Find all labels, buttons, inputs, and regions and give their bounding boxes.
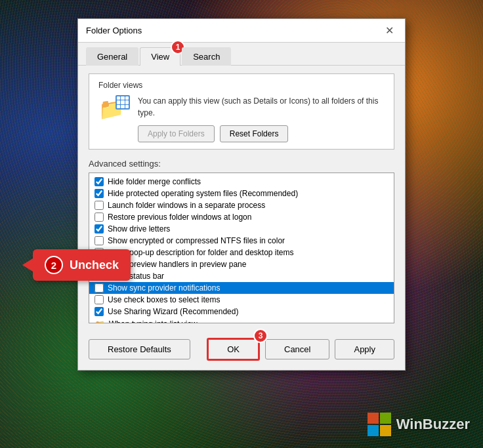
tab-search-label: Search (193, 52, 220, 62)
folder-views-description: You can apply this view (such as Details… (138, 95, 385, 119)
setting-item[interactable]: Hide folder merge conflicts (89, 176, 394, 188)
apply-to-folders-button[interactable]: Apply to Folders (138, 125, 215, 142)
setting-label: Hide folder merge conflicts (108, 177, 201, 186)
setting-checkbox[interactable] (94, 201, 104, 210)
setting-item[interactable]: Launch folder windows in a separate proc… (89, 199, 394, 211)
setting-label: Use Sharing Wizard (Recommended) (108, 307, 238, 316)
callout-text: Uncheck (70, 258, 119, 272)
setting-label: Show sync provider notifications (108, 283, 220, 293)
setting-item[interactable]: Show encrypted or compressed NTFS files … (89, 235, 394, 247)
tab-bar: General View 1 Search (78, 43, 405, 66)
setting-item[interactable]: Show sync provider notifications (89, 282, 394, 294)
setting-item[interactable]: Use check boxes to select items (89, 294, 394, 306)
setting-label: Restore previous folder windows at logon (108, 213, 251, 222)
setting-checkbox[interactable] (94, 295, 104, 304)
setting-label: Show drive letters (108, 224, 170, 234)
tab-general[interactable]: General (86, 47, 138, 66)
setting-checkbox[interactable] (94, 307, 104, 316)
setting-label: Hide protected operating system files (R… (108, 189, 298, 198)
folder-views-inner: 📁 You can apply this view (such as Detai… (98, 95, 385, 142)
tab-general-label: General (97, 52, 127, 62)
setting-label: Use check boxes to select items (108, 295, 220, 304)
watermark: WinBuzzer (368, 413, 470, 436)
setting-item[interactable]: Hide protected operating system files (R… (89, 188, 394, 199)
reset-folders-button[interactable]: Reset Folders (220, 125, 289, 142)
setting-checkbox[interactable] (94, 283, 104, 293)
setting-checkbox[interactable] (94, 236, 104, 245)
ok-button[interactable]: OK (207, 338, 260, 361)
setting-label: Show encrypted or compressed NTFS files … (108, 236, 285, 245)
dialog-title: Folder Options (86, 26, 142, 35)
dialog-content: Folder views 📁 You can apply this view (… (78, 66, 405, 331)
title-bar: Folder Options ✕ (78, 19, 405, 43)
dialog-footer: Restore Defaults 3 OK Cancel Apply (78, 331, 405, 370)
folder-views-section: Folder views 📁 You can apply this view (… (89, 73, 394, 150)
setting-checkbox[interactable] (94, 177, 104, 186)
svg-rect-3 (380, 425, 391, 436)
setting-item[interactable]: Show status bar (89, 270, 394, 282)
uncheck-callout: 2 Uncheck (33, 249, 131, 281)
folder-options-dialog: Folder Options ✕ General View 1 Search F… (77, 18, 406, 371)
callout-badge: 2 (45, 256, 63, 274)
ok-badge: 3 (253, 329, 268, 343)
advanced-settings-label: Advanced settings: (89, 159, 394, 169)
cancel-button[interactable]: Cancel (265, 339, 329, 359)
winbuzzer-label: WinBuzzer (396, 416, 470, 433)
setting-label: Launch folder windows in a separate proc… (108, 201, 265, 210)
setting-item[interactable]: Restore previous folder windows at logon (89, 211, 394, 223)
svg-rect-0 (368, 413, 379, 424)
ok-button-wrap: 3 OK (207, 338, 260, 361)
setting-label: Show pop-up description for folder and d… (108, 248, 294, 257)
setting-item[interactable]: Show drive letters (89, 223, 394, 235)
tab-view-label: View (151, 52, 169, 62)
setting-checkbox[interactable] (94, 213, 104, 222)
tab-view[interactable]: View 1 (140, 47, 180, 66)
folder-icon-wrap: 📁 (98, 95, 130, 121)
advanced-settings-list[interactable]: Hide folder merge conflictsHide protecte… (89, 173, 394, 323)
setting-item[interactable]: Show preview handlers in preview pane (89, 258, 394, 270)
folder-grid-overlay-icon (116, 95, 130, 110)
restore-defaults-button[interactable]: Restore Defaults (89, 339, 190, 359)
svg-rect-1 (380, 413, 391, 424)
apply-button[interactable]: Apply (335, 339, 394, 359)
folder-views-buttons: Apply to Folders Reset Folders (138, 125, 385, 142)
tab-search[interactable]: Search (182, 47, 231, 66)
folder-views-label: Folder views (98, 81, 385, 90)
folder-views-right: You can apply this view (such as Details… (138, 95, 385, 142)
winbuzzer-logo-icon (368, 413, 391, 436)
folder-small-icon: 📁 (94, 319, 105, 323)
close-button[interactable]: ✕ (381, 23, 397, 39)
setting-checkbox[interactable] (94, 189, 104, 198)
setting-label: When typing into list view (109, 319, 198, 323)
setting-item[interactable]: Use Sharing Wizard (Recommended) (89, 306, 394, 317)
setting-checkbox[interactable] (94, 224, 104, 234)
svg-rect-2 (368, 425, 379, 436)
setting-item[interactable]: 📁When typing into list view (89, 317, 394, 323)
setting-item[interactable]: Show pop-up description for folder and d… (89, 247, 394, 258)
